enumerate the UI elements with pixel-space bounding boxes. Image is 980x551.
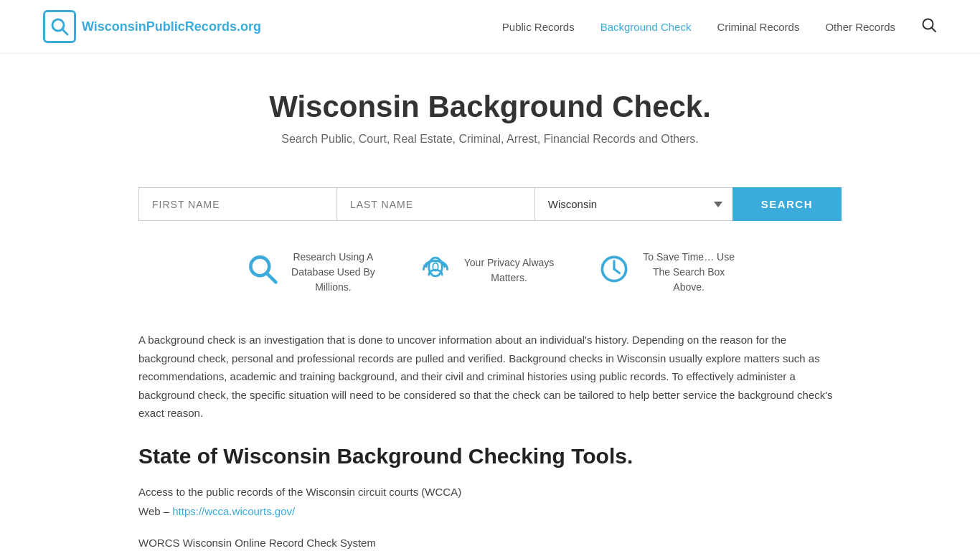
nav-criminal-records[interactable]: Criminal Records (717, 21, 799, 33)
search-icon (245, 252, 280, 293)
feature-time-text: To Save Time… UseThe Search BoxAbove. (643, 250, 735, 295)
main-content: A background check is an investigation t… (95, 331, 885, 551)
tool-wcca-web: Web – https://wcca.wicourts.gov/ (138, 502, 842, 521)
tool-wcca-description: Access to the public records of the Wisc… (138, 483, 842, 501)
svg-line-10 (614, 269, 619, 273)
svg-line-3 (932, 27, 936, 32)
tool-entry-worcs: WORCS Wisconsin Online Record Check Syst… (138, 534, 842, 552)
feature-privacy-text: Your Privacy AlwaysMatters. (464, 255, 555, 286)
svg-line-5 (267, 273, 276, 282)
tool-entry-wcca: Access to the public records of the Wisc… (138, 483, 842, 521)
nav-background-check[interactable]: Background Check (600, 21, 692, 33)
nav-public-records[interactable]: Public Records (502, 21, 575, 33)
search-button[interactable]: SEARCH (732, 187, 842, 221)
nav-other-records[interactable]: Other Records (825, 21, 895, 33)
feature-time: To Save Time… UseThe Search BoxAbove. (597, 250, 735, 295)
nav-search-icon[interactable] (921, 17, 937, 37)
search-bar: All States Alabama Alaska Arizona Arkans… (95, 187, 885, 221)
feature-privacy: Your Privacy AlwaysMatters. (418, 250, 555, 291)
navbar: WisconsinPublicRecords.org Public Record… (0, 0, 980, 54)
feature-search: Research Using ADatabase Used ByMillions… (245, 250, 375, 295)
clock-icon (597, 252, 631, 293)
feature-search-text: Research Using ADatabase Used ByMillions… (291, 250, 375, 295)
fingerprint-icon (418, 250, 453, 291)
last-name-input[interactable] (336, 187, 534, 221)
logo-text: WisconsinPublicRecords.org (82, 19, 261, 34)
intro-paragraph: A background check is an investigation t… (138, 331, 842, 423)
logo[interactable]: WisconsinPublicRecords.org (43, 10, 261, 43)
section-title: State of Wisconsin Background Checking T… (138, 444, 842, 468)
logo-icon (43, 10, 76, 43)
hero-subtitle: Search Public, Court, Real Estate, Crimi… (43, 133, 937, 146)
tool-wcca-link[interactable]: https://wcca.wicourts.gov/ (172, 505, 295, 517)
tool-worcs-description: WORCS Wisconsin Online Record Check Syst… (138, 534, 842, 552)
svg-line-1 (62, 29, 67, 34)
features-section: Research Using ADatabase Used ByMillions… (60, 221, 920, 309)
nav-links: Public Records Background Check Criminal… (502, 17, 937, 37)
page-title: Wisconsin Background Check. (43, 90, 937, 124)
hero-section: Wisconsin Background Check. Search Publi… (0, 54, 980, 167)
first-name-input[interactable] (138, 187, 336, 221)
state-select[interactable]: All States Alabama Alaska Arizona Arkans… (534, 187, 732, 221)
